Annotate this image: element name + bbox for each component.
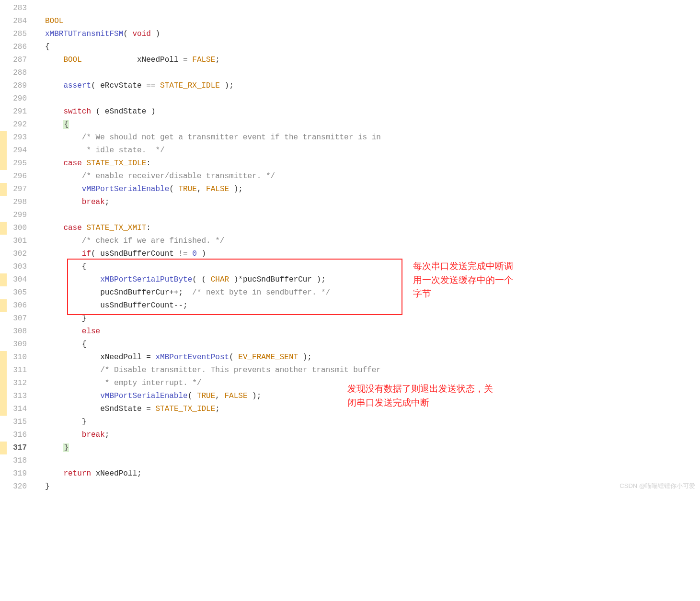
code-line[interactable]: BOOL xNeedPoll = FALSE; [45, 54, 700, 67]
change-marker [0, 351, 7, 364]
code-line[interactable]: /* check if we are finished. */ [45, 235, 700, 248]
code-line[interactable]: break; [45, 429, 700, 442]
code-line[interactable]: pucSndBufferCur++; /* next byte in sendb… [45, 286, 700, 299]
line-number: 300 [7, 222, 27, 235]
code-line[interactable]: xMBRTUTransmitFSM( void ) [45, 28, 700, 41]
change-marker [0, 390, 7, 403]
code-line[interactable]: else [45, 325, 700, 338]
code-line[interactable]: { [45, 338, 700, 351]
code-line[interactable] [45, 67, 700, 79]
line-number: 288 [7, 67, 27, 79]
code-line[interactable]: } [45, 416, 700, 429]
code-line[interactable]: /* enable receiver/disable transmitter. … [45, 170, 700, 183]
change-marker [0, 131, 7, 144]
line-number: 286 [7, 41, 27, 54]
code-line[interactable]: case STATE_TX_IDLE: [45, 157, 700, 170]
code-line[interactable]: eSndState = STATE_TX_IDLE; [45, 403, 700, 416]
code-line[interactable]: /* We should not get a transmitter event… [45, 131, 700, 144]
line-number: 285 [7, 28, 27, 41]
line-number: 317 [7, 442, 27, 454]
change-marker [0, 416, 7, 429]
code-line[interactable]: * empty interrupt. */ [45, 377, 700, 390]
change-marker [0, 170, 7, 183]
change-marker [0, 222, 7, 235]
change-marker [0, 79, 7, 92]
code-line[interactable]: xMBPortSerialPutByte( ( CHAR )*pucSndBuf… [45, 273, 700, 286]
line-number: 318 [7, 454, 27, 467]
line-number: 284 [7, 15, 27, 28]
code-line[interactable]: { [45, 118, 700, 131]
line-number: 296 [7, 170, 27, 183]
change-marker [0, 442, 7, 454]
code-line[interactable]: BOOL [45, 15, 700, 28]
code-line[interactable]: return xNeedPoll; [45, 467, 700, 480]
line-number: 290 [7, 92, 27, 105]
change-marker [0, 196, 7, 209]
change-marker [0, 299, 7, 312]
change-marker [0, 480, 7, 493]
line-number: 301 [7, 235, 27, 248]
line-number-gutter: 2832842852862872882892902912922932942952… [7, 2, 35, 493]
change-marker [0, 92, 7, 105]
line-number: 293 [7, 131, 27, 144]
code-line[interactable]: vMBPortSerialEnable( TRUE, FALSE ); [45, 183, 700, 196]
code-line[interactable]: { [45, 261, 700, 273]
change-marker [0, 312, 7, 325]
code-line[interactable]: /* Disable transmitter. This prevents an… [45, 364, 700, 377]
line-number: 311 [7, 364, 27, 377]
change-marker [0, 261, 7, 273]
change-marker [0, 157, 7, 170]
code-line[interactable]: assert( eRcvState == STATE_RX_IDLE ); [45, 79, 700, 92]
code-line[interactable]: * idle state. */ [45, 144, 700, 157]
line-number: 298 [7, 196, 27, 209]
line-number: 292 [7, 118, 27, 131]
code-line[interactable]: break; [45, 196, 700, 209]
change-marker [0, 338, 7, 351]
line-number: 313 [7, 390, 27, 403]
code-line[interactable] [45, 209, 700, 222]
change-marker [0, 403, 7, 416]
code-line[interactable] [45, 2, 700, 15]
change-marker [0, 235, 7, 248]
code-line[interactable] [45, 454, 700, 467]
code-line[interactable]: if( usSndBufferCount != 0 ) [45, 248, 700, 261]
change-marker [0, 183, 7, 196]
line-number: 315 [7, 416, 27, 429]
code-line[interactable]: switch ( eSndState ) [45, 105, 700, 118]
change-marker [0, 454, 7, 467]
change-marker [0, 2, 7, 15]
code-line[interactable]: } [45, 442, 700, 454]
line-number: 283 [7, 2, 27, 15]
line-number: 295 [7, 157, 27, 170]
change-marker [0, 118, 7, 131]
line-number: 291 [7, 105, 27, 118]
code-line[interactable]: xNeedPoll = xMBPortEventPost( EV_FRAME_S… [45, 351, 700, 364]
code-line[interactable] [45, 92, 700, 105]
change-marker [0, 377, 7, 390]
line-number: 319 [7, 467, 27, 480]
line-number: 289 [7, 79, 27, 92]
line-number: 306 [7, 299, 27, 312]
code-line[interactable]: } [45, 480, 700, 493]
line-number: 294 [7, 144, 27, 157]
code-editor: 2832842852862872882892902912922932942952… [0, 0, 700, 493]
code-area[interactable]: BOOLxMBRTUTransmitFSM( void ){ BOOL xNee… [35, 2, 700, 493]
line-number: 320 [7, 480, 27, 493]
change-marker [0, 41, 7, 54]
code-line[interactable]: usSndBufferCount--; [45, 299, 700, 312]
change-marker [0, 54, 7, 67]
change-marker [0, 144, 7, 157]
line-number: 310 [7, 351, 27, 364]
line-number: 305 [7, 286, 27, 299]
line-number: 309 [7, 338, 27, 351]
code-line[interactable]: case STATE_TX_XMIT: [45, 222, 700, 235]
change-marker [0, 364, 7, 377]
line-number: 307 [7, 312, 27, 325]
code-line[interactable]: { [45, 41, 700, 54]
change-marker [0, 429, 7, 442]
watermark-text: CSDN @喵喵锤锤你小可爱 [620, 482, 695, 490]
code-line[interactable]: } [45, 312, 700, 325]
line-number: 297 [7, 183, 27, 196]
code-line[interactable]: vMBPortSerialEnable( TRUE, FALSE ); [45, 390, 700, 403]
line-number: 308 [7, 325, 27, 338]
